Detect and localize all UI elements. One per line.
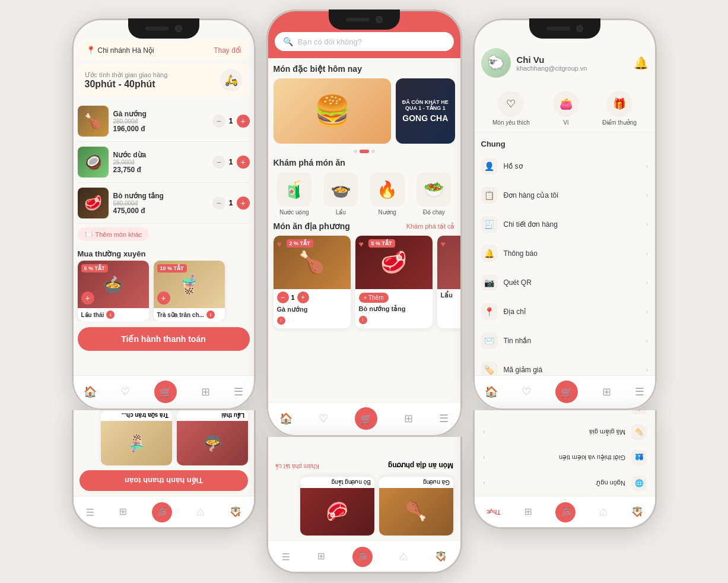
qa-favorites[interactable]: ♡ Món yêu thích	[492, 91, 530, 126]
nav-home[interactable]: 🏠	[84, 385, 97, 398]
nav-heart-right[interactable]: ♡	[522, 385, 531, 398]
grid-icon: ⊞	[201, 385, 210, 398]
dot-1	[354, 150, 357, 153]
category-nuoc-uong[interactable]: 🧃 Nước uống	[274, 172, 316, 216]
qty-minus-button-3[interactable]: −	[212, 197, 225, 210]
coupon-icon-flipped: 🏷️	[631, 424, 647, 440]
local-qty-1: 1	[291, 294, 295, 301]
nav-heart-center[interactable]: ♡	[319, 412, 328, 425]
menu-item-order-detail[interactable]: 🧾 Chi tiết đơn hàng ›	[473, 210, 657, 239]
nav-grid[interactable]: ⊞	[201, 385, 210, 398]
frequent-item-label-2: Trà sữa trân ch... i	[154, 308, 225, 321]
frequent-item-1[interactable]: 🍲 5 % TẮT + Lầu thái i	[78, 261, 149, 321]
general-section-title: Chung	[473, 137, 657, 152]
qty-plus-button-1[interactable]: +	[237, 115, 250, 128]
qty-minus-button-2[interactable]: −	[212, 156, 225, 169]
checkout-button[interactable]: Tiến hành thanh toán	[78, 327, 250, 351]
center-bottom-content: 🏠 ♡ 🛒 ⊞ ☰ 🍗 Gà nướng 🥩 Bò nướng tảng	[268, 437, 460, 572]
notification-icon[interactable]: 🔔	[634, 56, 648, 70]
category-lau[interactable]: 🍲 Lẩu	[320, 172, 362, 216]
center-body: Món đặc biệt hôm nay 🍔 ĐÃ CÓN KHÁT HE QU…	[266, 58, 462, 402]
menu-item-qr[interactable]: 📷 Quét QR ›	[473, 268, 657, 297]
discover-section-header: Khám phá món ăn	[274, 158, 455, 167]
search-bar[interactable]: 🔍 Bạn có đói không?	[275, 32, 454, 51]
nav-menu-center[interactable]: ☰	[439, 412, 449, 425]
menu-item-coupon[interactable]: 🏷️ Mã giảm giá ›	[473, 356, 657, 375]
menu-icon-orders: 📋	[481, 187, 498, 204]
nav-cart-center[interactable]: 🛒	[355, 407, 377, 430]
category-nuong[interactable]: 🔥 Nướng	[367, 172, 409, 216]
local-title-flipped: Món ăn địa phương	[388, 461, 453, 470]
nav-menu[interactable]: ☰	[234, 385, 243, 398]
local-item-3[interactable]: 🍲 ♥ Lẩu	[437, 236, 462, 328]
user-email: khachhang@citgroup.vn	[517, 65, 628, 72]
qty-plus-button-3[interactable]: +	[237, 197, 250, 210]
add-more-button[interactable]: 🍽️ Thêm món khác	[78, 227, 150, 241]
local-flipped-label-1: Gà nướng	[379, 477, 453, 488]
local-plus-1[interactable]: +	[297, 292, 309, 303]
category-do-chay[interactable]: 🥗 Đồ chay	[413, 172, 455, 216]
see-all-button[interactable]: Khám phá tất cả	[406, 223, 455, 230]
cart-item-price-old-2: 25,000đ	[113, 159, 208, 166]
nav-grid-right[interactable]: ⊞	[602, 385, 611, 398]
cart-item-price-new-2: 23,750 đ	[113, 166, 208, 174]
nav-cart-active[interactable]: 🛒	[154, 381, 177, 403]
local-info-icon-1: i	[277, 316, 285, 325]
local-flipped-2: 🥩 Bò nướng tảng	[300, 477, 374, 536]
nav-heart-flipped: ♡	[196, 507, 205, 518]
nav-home-center[interactable]: 🏠	[279, 412, 293, 425]
frequent-item-2[interactable]: 🧋 10 % TẮT + Trà sữa trân ch... i	[154, 261, 225, 321]
menu-item-notifications[interactable]: 🔔 Thông báo ›	[473, 239, 657, 268]
menu-item-profile[interactable]: 👤 Hồ sơ ›	[473, 152, 657, 181]
menu-items-right-flipped: 🌐 Ngôn ngữ › 👥 Giới thiệu và kiếm tiền ›…	[475, 410, 655, 496]
menu-icon-coupon: 🏷️	[481, 362, 498, 375]
cat-img-do-chay: 🥗	[417, 172, 451, 207]
home-icon: 🏠	[84, 385, 97, 398]
qty-minus-button-1[interactable]: −	[212, 115, 225, 128]
local-item-2[interactable]: 🥩 ♥ 5 % TẮT + Thêm Bò nướng tảng i	[355, 236, 433, 328]
location-bar[interactable]: 📍 Chi nhánh Hà Nội Thay đổi	[78, 41, 250, 59]
local-flipped-1: 🍗 Gà nướng	[379, 477, 453, 536]
cart-item-image-2: 🥥	[78, 147, 109, 178]
local-add-2[interactable]: + Thêm	[359, 293, 389, 303]
featured-title: Món đặc biệt hôm nay	[274, 64, 362, 74]
nav-favorites[interactable]: ♡	[120, 385, 130, 398]
menu-label-profile: Hồ sơ	[504, 162, 640, 170]
nav-cart-flipped: 🛒	[151, 502, 171, 522]
qa-points[interactable]: 🎁 Điểm thưởng	[602, 91, 637, 126]
nav-home-right[interactable]: 🏠	[485, 385, 498, 398]
featured-section-header: Món đặc biệt hôm nay	[274, 64, 455, 74]
add-more-icon: 🍽️	[85, 230, 93, 238]
discover-title: Khám phá món ăn	[274, 158, 345, 167]
delivery-bike-icon: 🛵	[220, 69, 243, 91]
cat-label-do-chay: Đồ chay	[423, 209, 445, 216]
menu-icon-notifications: 🔔	[481, 245, 498, 262]
local-item-name-3: Lẩu	[441, 292, 462, 299]
gongcha-brand: GONG CHA	[399, 113, 451, 123]
chevron-address: ›	[646, 308, 648, 316]
change-button[interactable]: Thay đổi	[214, 46, 241, 55]
local-item-1[interactable]: 🍗 ♥ 2 % TẮT − 1 +	[274, 236, 351, 328]
local-minus-1[interactable]: −	[277, 292, 289, 303]
nav-grid-center[interactable]: ⊞	[404, 412, 413, 425]
chevron-coupon: ›	[646, 366, 648, 374]
qa-wallet-label: Ví	[563, 119, 568, 126]
add-to-cart-button-2[interactable]: +	[157, 292, 170, 305]
info-icon-1: i	[106, 310, 115, 319]
lang-chevron-flipped: ›	[483, 479, 485, 487]
nav-menu-right[interactable]: ☰	[635, 385, 644, 398]
nav-cart-right[interactable]: 🛒	[555, 381, 578, 403]
add-to-cart-button-1[interactable]: +	[81, 292, 94, 305]
qa-wallet[interactable]: 👛 Ví	[553, 91, 579, 126]
profile-header: 🐑 Chi Vu khachhang@citgroup.vn 🔔	[473, 41, 657, 85]
addr-icon-flipped: 📍	[631, 410, 647, 414]
menu-item-messages[interactable]: ✉️ Tin nhắn ›	[473, 327, 657, 356]
freq-img-flipped-1: 🍲	[177, 421, 248, 465]
center-phone: 🔍 Bạn có đói không? Món đặc biệt hôm nay	[266, 9, 462, 437]
cart-item-info-2: Nước dừa 25,000đ 23,750 đ	[113, 151, 208, 174]
menu-item-orders[interactable]: 📋 Đơn hàng của tôi ›	[473, 181, 657, 210]
nav-menu-flipped: ☰	[85, 507, 94, 518]
menu-item-address[interactable]: 📍 Địa chỉ ›	[473, 297, 657, 327]
qty-plus-button-2[interactable]: +	[237, 156, 250, 169]
grid-flipped-center: ⊞	[317, 552, 325, 563]
